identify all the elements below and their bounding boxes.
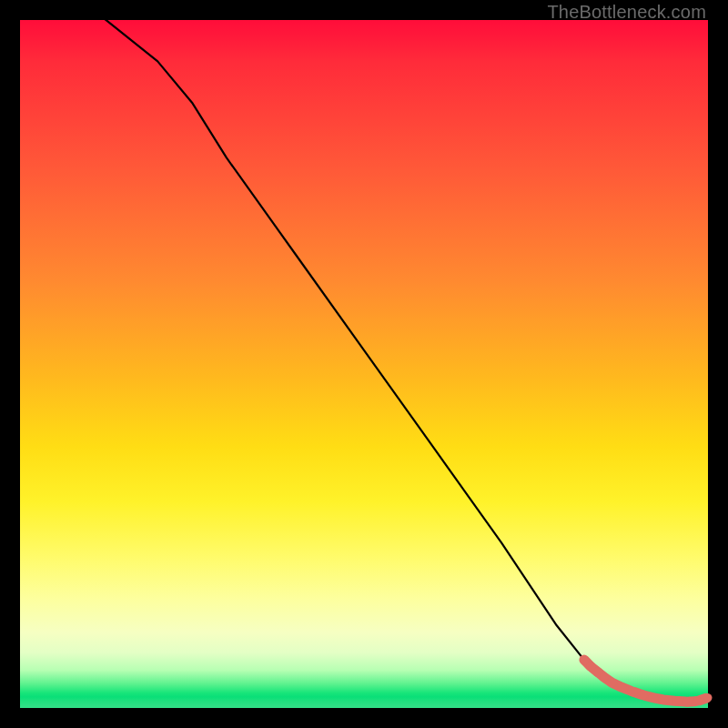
chart-canvas: TheBottleneck.com bbox=[0, 0, 728, 728]
cluster-dot bbox=[607, 678, 617, 688]
cluster-dot bbox=[693, 697, 702, 705]
cluster-dot bbox=[704, 693, 713, 702]
cluster-dot bbox=[672, 696, 682, 706]
cluster-dot bbox=[638, 690, 648, 700]
cluster-dot bbox=[682, 697, 693, 707]
main-curve bbox=[20, 0, 708, 702]
cluster-dot bbox=[648, 693, 658, 703]
highlight-cluster bbox=[579, 655, 712, 707]
cluster-dot bbox=[617, 682, 627, 693]
cluster-dot bbox=[627, 686, 637, 696]
chart-overlay bbox=[20, 20, 708, 708]
cluster-dot bbox=[658, 694, 668, 704]
